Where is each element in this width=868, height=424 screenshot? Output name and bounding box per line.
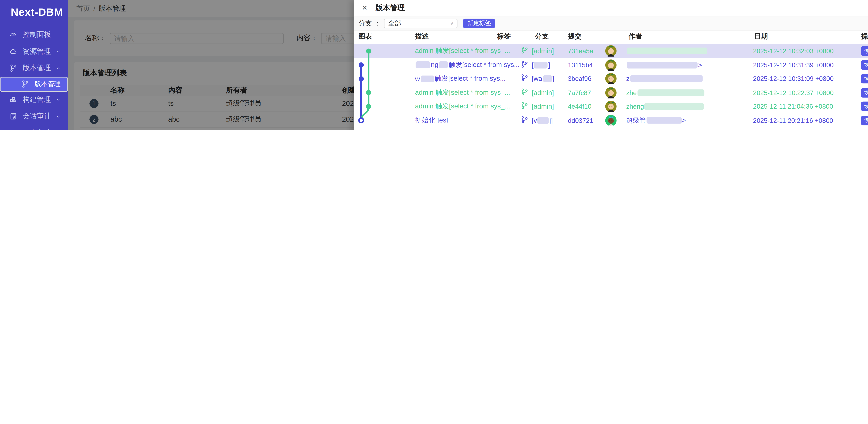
commit-hash[interactable]: dd03721: [568, 117, 593, 124]
sidebar-item-label: 版本管理: [35, 80, 61, 88]
git-branch-icon: [521, 88, 532, 97]
chevron-down-icon: [56, 49, 61, 55]
commit-author: 超级管>: [626, 116, 686, 125]
drawer-header: ✕ 版本管理: [354, 0, 868, 17]
commit-row[interactable]: w触发[select * from sys...[wa]3beaf96z2025…: [354, 72, 868, 86]
commit-hash[interactable]: 731ea5a: [568, 48, 593, 55]
sidebar-item-会话审计[interactable]: 会话审计: [0, 108, 68, 125]
git-branch-icon: [21, 80, 30, 88]
sidebar-item-label: 资源管理: [23, 47, 51, 56]
sidebar-item-label: 构建管理: [23, 95, 51, 104]
column-author: 作者: [628, 32, 642, 41]
restore-button[interactable]: 恢 复: [861, 102, 868, 111]
commit-hash[interactable]: 3beaf96: [568, 75, 591, 82]
build-icon: [9, 95, 18, 104]
commit-table-header: 图表 描述 标签 分支 提交 作者 日期 操作: [354, 32, 868, 43]
redacted-text: [630, 75, 702, 82]
commit-branch: [vj]: [521, 116, 553, 125]
commit-row[interactable]: 初始化 test[vj]dd03721超级管>2025-12-11 20:21:…: [354, 113, 868, 127]
git-branch-icon: [521, 74, 532, 83]
commit-row[interactable]: admin 触发[select * from sys_...[admin]7a7…: [354, 86, 868, 100]
sidebar: Next-DBM 控制面板资源管理版本管理版本管理构建管理会话审计日志审计系统运…: [0, 0, 68, 130]
commit-hash[interactable]: 4e44f10: [568, 103, 591, 110]
git-branch-icon: [521, 46, 532, 56]
chevron-down-icon: ∨: [450, 20, 454, 26]
commit-description: 初始化 test: [415, 116, 448, 125]
commit-date: 2025-12-12 10:31:39 +0800: [753, 62, 834, 68]
commit-row[interactable]: admin 触发[select * from sys_...[admin]731…: [354, 44, 868, 58]
git-branch-icon: [521, 102, 532, 111]
restore-button[interactable]: 恢 复: [861, 74, 868, 84]
author-avatar: [606, 115, 617, 126]
commit-author: z: [626, 75, 703, 82]
sidebar-item-资源管理[interactable]: 资源管理: [0, 43, 68, 60]
close-icon[interactable]: ✕: [362, 4, 368, 11]
column-branch: 分支: [535, 32, 549, 41]
sidebar-item-构建管理[interactable]: 构建管理: [0, 91, 68, 108]
chevron-down-icon: [56, 113, 61, 119]
commit-row[interactable]: admin 触发[select * from sys_...[admin]4e4…: [354, 100, 868, 113]
commit-branch: [admin]: [521, 102, 554, 111]
commit-description: admin 触发[select * from sys_...: [415, 102, 510, 111]
commit-author: [626, 48, 708, 55]
git-branch-icon: [521, 60, 532, 69]
redacted-text: [439, 62, 448, 68]
restore-button[interactable]: 恢 复: [861, 46, 868, 56]
commit-date: 2025-12-12 10:32:03 +0800: [753, 48, 834, 55]
column-commit: 提交: [568, 32, 581, 41]
column-desc: 描述: [415, 32, 429, 41]
column-date: 日期: [754, 32, 768, 41]
new-tag-button[interactable]: 新建标签: [463, 19, 495, 28]
restore-button[interactable]: 恢 复: [861, 88, 868, 97]
commit-author: zhe: [626, 89, 705, 96]
commit-hash[interactable]: 7a7fc87: [568, 89, 591, 96]
git-branch-icon: [9, 64, 18, 72]
redacted-text: [645, 103, 704, 110]
redacted-text: [637, 89, 704, 96]
sidebar-item-版本管理[interactable]: 版本管理: [0, 60, 68, 77]
restore-button[interactable]: 恢 复: [861, 116, 868, 125]
sidebar-item-控制面板[interactable]: 控制面板: [0, 27, 68, 43]
session-audit-icon: [9, 112, 18, 121]
redacted-text: [627, 48, 707, 55]
log-audit-icon: [9, 129, 18, 130]
app-logo: Next-DBM: [0, 0, 68, 19]
commit-author: zheng: [626, 103, 705, 110]
sidebar-item-label: 日志审计: [23, 128, 51, 130]
commit-hash[interactable]: 13115b4: [568, 62, 593, 68]
commit-date: 2025-12-11 21:04:36 +0800: [753, 103, 833, 110]
commit-description: w触发[select * from sys...: [415, 74, 506, 84]
version-drawer: ✕ 版本管理 分支 ： 全部 ∨ 新建标签 图表 描述 标签 分支 提交 作者 …: [354, 0, 868, 130]
commit-description: ng触发[select * from sys...: [415, 60, 520, 70]
restore-button[interactable]: 恢 复: [861, 60, 868, 70]
redacted-text: [415, 62, 430, 68]
column-action: 操作: [861, 32, 868, 41]
commit-description: admin 触发[select * from sys_...: [415, 46, 510, 56]
chevron-up-icon: [56, 66, 61, 71]
app-root: Next-DBM 控制面板资源管理版本管理版本管理构建管理会话审计日志审计系统运…: [0, 0, 868, 130]
branch-label: 分支 ：: [359, 19, 381, 28]
redacted-text: [537, 117, 549, 124]
commit-date: 2025-12-11 20:21:16 +0800: [753, 117, 833, 124]
dashboard-icon: [9, 31, 18, 39]
drawer-title: 版本管理: [375, 3, 405, 13]
sidebar-item-label: 版本管理: [23, 64, 51, 73]
branch-select[interactable]: 全部 ∨: [384, 19, 458, 28]
cloud-icon: [9, 47, 18, 56]
sidebar-item-版本管理[interactable]: 版本管理: [0, 77, 68, 91]
commit-date: 2025-12-12 10:31:09 +0800: [753, 75, 834, 82]
git-branch-icon: [521, 116, 532, 125]
commit-row[interactable]: ng触发[select * from sys...[]13115b4>2025-…: [354, 58, 868, 72]
author-avatar: [606, 87, 617, 98]
branch-select-value: 全部: [388, 19, 448, 27]
redacted-text: [543, 75, 552, 82]
sidebar-item-label: 控制面板: [23, 30, 51, 40]
commit-date: 2025-12-12 10:22:37 +0800: [753, 89, 834, 96]
author-avatar: [606, 45, 617, 57]
commit-branch: [admin]: [521, 46, 554, 56]
sidebar-item-日志审计[interactable]: 日志审计: [0, 125, 68, 130]
column-tags: 标签: [497, 32, 511, 41]
redacted-text: [627, 62, 698, 68]
commit-author: >: [626, 62, 702, 68]
redacted-text: [646, 117, 681, 124]
